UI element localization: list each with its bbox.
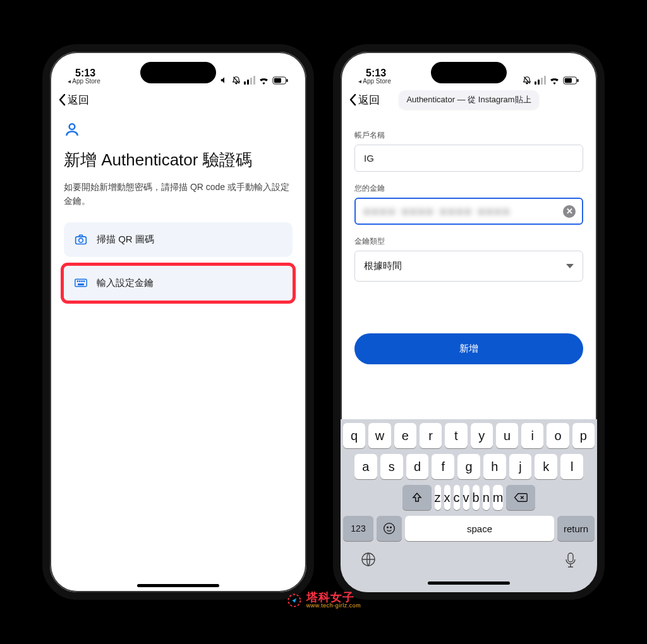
key-a[interactable]: a [354,454,377,479]
key-r[interactable]: r [420,423,442,448]
svg-point-3 [70,124,75,129]
silent-icon [523,76,531,85]
key-e[interactable]: e [394,423,416,448]
label-secret-key: 您的金鑰 [354,183,583,194]
home-indicator[interactable] [137,584,219,587]
dynamic-island [140,62,216,83]
keyboard-icon [74,278,88,287]
status-breadcrumb[interactable]: ◂ App Store [68,78,100,85]
key-j[interactable]: j [509,454,532,479]
nav-bar: 返回 [50,86,306,114]
status-breadcrumb[interactable]: ◂ App Store [358,78,391,85]
key-c[interactable]: c [454,485,460,510]
globe-key[interactable] [361,552,376,571]
select-key-type[interactable]: 根據時間 [354,251,583,282]
volume-button [333,153,334,175]
key-u[interactable]: u [496,423,518,448]
return-key[interactable]: return [557,516,595,541]
watermark-url: www.tech-girlz.com [306,603,361,609]
label-key-type: 金鑰類型 [354,236,583,247]
keyboard-row-2: asdfghjkl [343,454,595,479]
svg-rect-19 [568,553,573,562]
volume-button [42,153,44,175]
svg-point-15 [384,523,395,534]
silent-icon [232,76,241,85]
emoji-icon [383,522,396,535]
watermark: 塔科女子 www.tech-girlz.com [286,592,361,609]
key-g[interactable]: g [457,454,480,479]
key-o[interactable]: o [547,423,569,448]
key-f[interactable]: f [432,454,454,479]
option-scan-qr[interactable]: 掃描 QR 圖碼 [64,222,293,257]
keyboard-bottom-bar [343,547,595,572]
chevron-down-icon [566,264,574,268]
page-description: 如要開始新增動態密碼，請掃描 QR code 或手動輸入設定金鑰。 [64,180,293,208]
status-time: 5:13 [358,68,391,78]
key-b[interactable]: b [473,485,480,510]
watermark-logo-icon [286,592,303,609]
svg-rect-11 [78,284,83,285]
svg-point-7 [77,281,78,282]
battery-icon [272,76,289,85]
shift-key[interactable] [402,485,432,510]
svg-point-5 [79,239,83,243]
chevron-left-icon [57,93,66,106]
form-content: 帳戶名稱 IG 您的金鑰 ■■■■ ■■■■ ■■■■ ■■■■ ✕ 金鑰類型 … [341,114,597,419]
phone-right: 5:13 ◂ App Store 返回 Authenticator — 從 In… [333,44,605,600]
power-button [603,200,605,260]
key-z[interactable]: z [435,485,441,510]
key-n[interactable]: n [483,485,490,510]
svg-point-8 [80,281,80,282]
dictation-key[interactable] [564,552,577,571]
key-h[interactable]: h [483,454,506,479]
key-k[interactable]: k [535,454,557,479]
key-w[interactable]: w [368,423,390,448]
key-x[interactable]: x [444,485,450,510]
emoji-key[interactable] [377,516,402,541]
svg-rect-13 [565,78,572,82]
backspace-key[interactable] [506,485,535,510]
cellular-signal-icon [244,76,255,85]
svg-rect-1 [274,78,281,82]
page-title: 新增 Authenticator 驗證碼 [64,149,293,171]
wifi-icon [258,76,269,85]
numbers-key[interactable]: 123 [343,516,373,541]
nav-bar: 返回 Authenticator — 從 Instagram貼上 [341,86,597,114]
option-key-label: 輸入設定金鑰 [97,277,154,289]
space-key[interactable]: space [405,516,554,541]
back-button[interactable]: 返回 [348,93,380,107]
cellular-signal-icon [535,76,546,85]
svg-rect-14 [577,79,578,82]
profile-icon [64,121,293,140]
clear-input-icon[interactable]: ✕ [563,205,576,218]
power-button [313,200,314,260]
key-s[interactable]: s [380,454,403,479]
svg-rect-2 [286,79,287,82]
key-l[interactable]: l [560,454,583,479]
back-button[interactable]: 返回 [57,93,89,107]
add-button[interactable]: 新增 [354,333,583,364]
globe-icon [361,552,376,567]
camera-icon [74,234,88,245]
key-v[interactable]: v [463,485,469,510]
key-i[interactable]: i [521,423,543,448]
key-p[interactable]: p [572,423,595,448]
key-q[interactable]: q [343,423,365,448]
label-account-name: 帳戶名稱 [354,130,583,141]
key-t[interactable]: t [445,423,467,448]
input-secret-key[interactable]: ■■■■ ■■■■ ■■■■ ■■■■ ✕ [354,198,583,225]
battery-icon [563,76,579,85]
mute-icon [220,76,229,85]
key-d[interactable]: d [406,454,429,479]
key-m[interactable]: m [493,485,504,510]
key-y[interactable]: y [471,423,493,448]
wifi-icon [549,76,560,85]
input-account-name[interactable]: IG [354,145,583,172]
back-label: 返回 [68,93,89,107]
option-enter-key[interactable]: 輸入設定金鑰 [64,266,293,301]
ios-keyboard: qwertyuiop asdfghjkl zxcvbnm 123 space r… [341,419,597,592]
home-indicator[interactable] [428,581,510,585]
chevron-left-icon [348,93,357,106]
svg-rect-6 [75,280,87,287]
main-content: 新增 Authenticator 驗證碼 如要開始新增動態密碼，請掃描 QR c… [50,114,306,580]
